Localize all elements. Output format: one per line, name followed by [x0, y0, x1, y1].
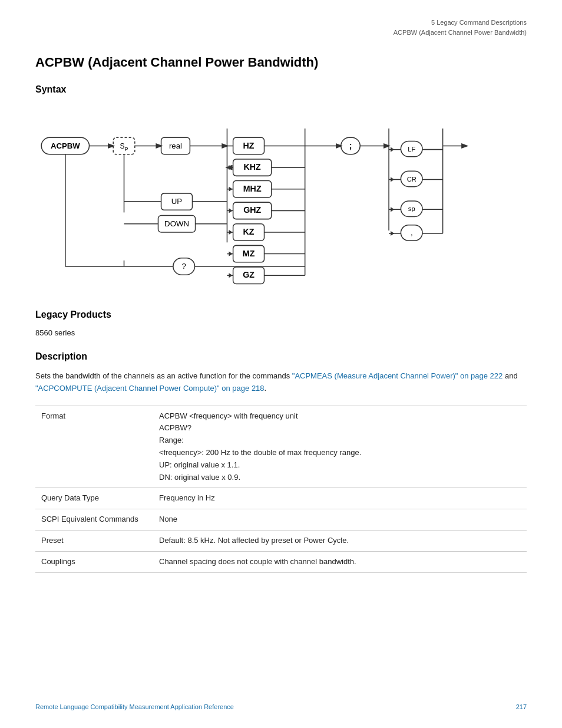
description-text-after: . [265, 384, 267, 393]
svg-text:real: real [169, 141, 182, 150]
table-row: PresetDefault: 8.5 kHz. Not affected by … [35, 530, 527, 551]
description-link2[interactable]: "ACPCOMPUTE (Adjacent Channel Power Comp… [35, 384, 265, 393]
table-cell-value: None [153, 509, 527, 531]
svg-text:?: ? [182, 262, 186, 271]
svg-marker-79 [229, 187, 233, 192]
footer-left: Remote Language Compatibility Measuremen… [35, 703, 234, 710]
description-section: Description Sets the bandwidth of the ch… [35, 351, 527, 395]
table-row: Query Data TypeFrequency in Hz [35, 488, 527, 509]
page-header: 5 Legacy Command Descriptions ACPBW (Adj… [35, 18, 527, 37]
table-row: CouplingsChannel spacing does not couple… [35, 551, 527, 572]
svg-marker-86 [391, 207, 394, 212]
legacy-products-heading: Legacy Products [35, 309, 527, 320]
legacy-products-section: Legacy Products 8560 series [35, 309, 527, 337]
svg-marker-80 [229, 208, 233, 213]
svg-text:MZ: MZ [243, 249, 255, 258]
svg-text:DOWN: DOWN [164, 219, 189, 228]
svg-marker-78 [229, 165, 233, 170]
svg-text:GZ: GZ [243, 270, 254, 279]
description-text-middle: and [503, 371, 517, 380]
table-cell-value: Default: 8.5 kHz. Not affected by preset… [153, 530, 527, 551]
svg-marker-85 [391, 177, 394, 182]
svg-marker-82 [229, 252, 233, 256]
svg-text:CR: CR [407, 176, 416, 183]
legacy-products-text: 8560 series [35, 328, 527, 337]
header-line2: ACPBW (Adjacent Channel Power Bandwidth) [35, 28, 527, 38]
table-cell-label: Preset [35, 530, 153, 551]
syntax-heading: Syntax [35, 84, 527, 95]
svg-text:,: , [411, 228, 413, 237]
table-cell-value: Frequency in Hz [153, 488, 527, 509]
table-cell-value: ACPBW <frequency> with frequency unitACP… [153, 406, 527, 488]
description-text-before: Sets the bandwidth of the channels as an… [35, 371, 292, 380]
svg-text:;: ; [349, 140, 352, 150]
svg-text:MHZ: MHZ [243, 184, 262, 193]
page-footer: Remote Language Compatibility Measuremen… [0, 703, 562, 710]
svg-text:HZ: HZ [243, 141, 254, 150]
svg-text:KZ: KZ [243, 227, 254, 236]
info-table: FormatACPBW <frequency> with frequency u… [35, 406, 527, 573]
svg-text:UP: UP [171, 197, 183, 206]
svg-marker-83 [229, 273, 233, 278]
main-title: ACPBW (Adjacent Channel Power Bandwidth) [35, 55, 527, 70]
footer-right: 217 [516, 703, 527, 710]
table-cell-label: SCPI Equivalent Commands [35, 509, 153, 531]
table-cell-label: Couplings [35, 551, 153, 572]
table-row: FormatACPBW <frequency> with frequency u… [35, 406, 527, 488]
table-cell-label: Query Data Type [35, 488, 153, 509]
syntax-diagram: ACPBW SP real HZ KHZ MHZ GHZ [35, 103, 527, 292]
svg-text:KHZ: KHZ [244, 162, 262, 172]
svg-text:GHZ: GHZ [243, 205, 261, 215]
table-cell-value: Channel spacing does not couple with cha… [153, 551, 527, 572]
description-heading: Description [35, 351, 527, 362]
header-line1: 5 Legacy Command Descriptions [35, 18, 527, 28]
svg-text:SP: SP [120, 142, 128, 152]
description-text: Sets the bandwidth of the channels as an… [35, 370, 527, 395]
table-row: SCPI Equivalent CommandsNone [35, 509, 527, 531]
svg-marker-87 [391, 231, 394, 236]
svg-text:sp: sp [408, 205, 415, 212]
svg-marker-81 [229, 230, 233, 235]
svg-text:LF: LF [408, 146, 415, 153]
svg-marker-84 [391, 147, 394, 152]
description-link1[interactable]: "ACPMEAS (Measure Adjacent Channel Power… [292, 371, 503, 380]
table-cell-label: Format [35, 406, 153, 488]
svg-text:ACPBW: ACPBW [51, 141, 80, 150]
